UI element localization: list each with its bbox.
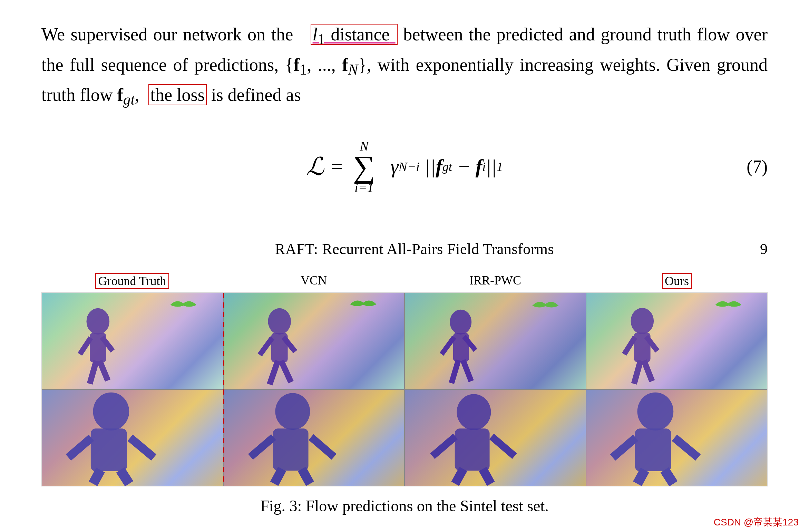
cell-ours-bot xyxy=(586,389,768,486)
ours-top-svg xyxy=(586,293,767,389)
svg-line-15 xyxy=(463,360,471,381)
svg-line-20 xyxy=(634,360,641,384)
svg-line-46 xyxy=(613,438,636,457)
text-paragraph: We supervised our network on the l1 dist… xyxy=(41,21,768,114)
svg-point-24 xyxy=(93,393,129,431)
svg-line-8 xyxy=(270,361,278,385)
svg-line-10 xyxy=(260,338,272,355)
gt-top-svg xyxy=(42,293,223,389)
svg-rect-31 xyxy=(273,428,308,471)
paragraph-text-1: We supervised our network on the xyxy=(41,25,293,44)
irr-top-svg xyxy=(405,293,586,389)
svg-line-39 xyxy=(483,469,491,484)
svg-rect-25 xyxy=(91,428,127,471)
svg-line-3 xyxy=(100,361,108,380)
svg-line-14 xyxy=(451,360,458,383)
svg-point-36 xyxy=(457,394,491,431)
figure-section: Ground Truth VCN IRR-PWC Ours xyxy=(41,272,768,515)
label-ground-truth: Ground Truth xyxy=(41,272,223,290)
formula-body: γN−i ||fgt − fi||1 xyxy=(386,155,503,178)
figure-caption: Fig. 3: Flow predictions on the Sintel t… xyxy=(41,497,768,515)
svg-point-12 xyxy=(450,310,471,335)
svg-point-0 xyxy=(86,308,109,335)
sigma-bottom: i=1 xyxy=(354,180,373,195)
svg-line-26 xyxy=(93,470,101,484)
formula-equals: = xyxy=(331,155,343,178)
figure-labels-row: Ground Truth VCN IRR-PWC Ours xyxy=(41,272,768,290)
page-header: RAFT: Recurrent All-Pairs Field Transfor… xyxy=(41,240,768,258)
page-number: 9 xyxy=(760,240,768,258)
svg-point-6 xyxy=(268,308,291,335)
cell-vcn-bot xyxy=(223,389,405,486)
figure-grid xyxy=(41,292,768,486)
svg-line-27 xyxy=(120,470,129,484)
svg-line-21 xyxy=(644,360,652,381)
svg-line-34 xyxy=(251,437,274,457)
svg-point-18 xyxy=(631,308,654,334)
vcn-top-svg xyxy=(224,293,404,389)
svg-line-40 xyxy=(432,436,456,456)
svg-line-35 xyxy=(311,437,334,457)
sigma-notation: N ∑ i=1 xyxy=(353,138,375,195)
irr-bot-svg xyxy=(405,390,586,486)
svg-line-45 xyxy=(664,470,673,484)
svg-line-29 xyxy=(130,438,154,457)
formula-L: ℒ xyxy=(306,152,324,181)
ground-truth-label-boxed: Ground Truth xyxy=(95,273,169,289)
label-vcn: VCN xyxy=(223,272,404,290)
the-loss-highlight: the loss xyxy=(148,84,207,105)
ours-bot-svg xyxy=(586,390,767,486)
formula-number: (7) xyxy=(747,156,768,177)
svg-line-47 xyxy=(674,438,698,457)
svg-line-41 xyxy=(491,436,515,456)
vcn-bot-svg xyxy=(224,390,404,486)
watermark-text: CSDN @帝某某123 xyxy=(714,517,799,528)
cell-vcn-top xyxy=(223,293,405,389)
svg-line-16 xyxy=(442,337,454,354)
gt-bot-svg xyxy=(42,390,223,486)
svg-line-4 xyxy=(80,338,90,355)
svg-rect-43 xyxy=(635,428,671,471)
formula-section: ℒ = N ∑ i=1 γN−i ||fgt − fi||1 (7) xyxy=(41,138,768,195)
svg-rect-37 xyxy=(455,428,490,471)
cell-gt-bot xyxy=(42,389,223,486)
caption-text: Fig. 3: Flow predictions on the Sintel t… xyxy=(260,497,549,515)
ours-label-boxed: Ours xyxy=(662,273,692,289)
svg-point-30 xyxy=(275,393,310,430)
svg-line-32 xyxy=(274,469,282,484)
paper-title: RAFT: Recurrent All-Pairs Field Transfor… xyxy=(69,240,760,258)
label-ours: Ours xyxy=(586,272,768,290)
cell-irr-bot xyxy=(404,389,586,486)
svg-line-38 xyxy=(455,469,464,484)
page-container: We supervised our network on the l1 dist… xyxy=(0,0,809,532)
dashed-vertical-line xyxy=(223,293,224,486)
watermark: CSDN @帝某某123 xyxy=(714,516,799,529)
svg-line-2 xyxy=(90,361,96,384)
label-irr-pwc: IRR-PWC xyxy=(404,272,586,290)
l1-distance-highlight: l1 distance xyxy=(311,24,398,45)
svg-line-22 xyxy=(624,337,635,354)
section-divider xyxy=(41,223,768,223)
cell-irr-top xyxy=(404,293,586,389)
svg-line-9 xyxy=(281,361,291,382)
cell-gt-top xyxy=(42,293,223,389)
paragraph-text-3: is defined as xyxy=(211,85,301,105)
svg-line-33 xyxy=(302,469,310,484)
sigma-symbol: ∑ xyxy=(353,154,375,180)
svg-point-42 xyxy=(637,393,673,431)
math-formula: ℒ = N ∑ i=1 γN−i ||fgt − fi||1 xyxy=(306,138,503,195)
svg-line-28 xyxy=(68,438,91,457)
svg-line-44 xyxy=(637,470,645,484)
cell-ours-top xyxy=(586,293,768,389)
l1-text: l1 distance xyxy=(313,25,390,44)
